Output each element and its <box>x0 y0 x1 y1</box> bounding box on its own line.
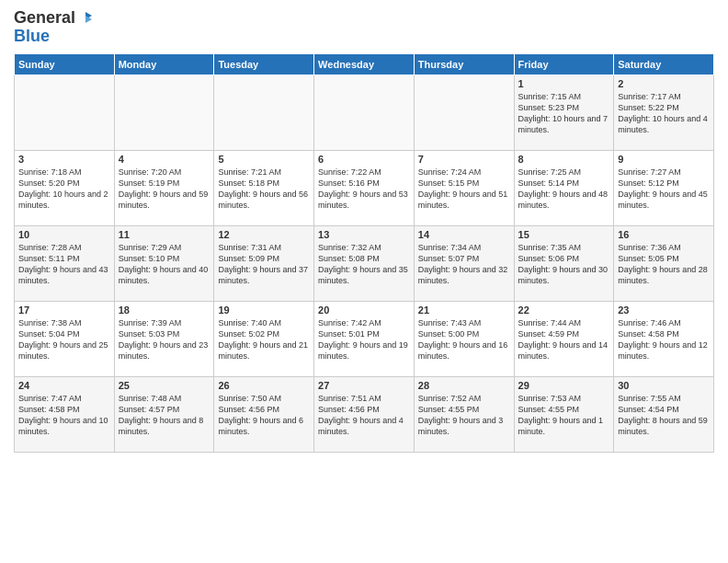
calendar-cell: 7Sunrise: 7:24 AM Sunset: 5:15 PM Daylig… <box>414 150 514 225</box>
day-number: 11 <box>119 229 210 240</box>
calendar-cell: 13Sunrise: 7:32 AM Sunset: 5:08 PM Dayli… <box>314 225 415 301</box>
day-number: 1 <box>518 78 610 89</box>
calendar-cell: 1Sunrise: 7:15 AM Sunset: 5:23 PM Daylig… <box>514 75 614 150</box>
calendar-cell: 17Sunrise: 7:38 AM Sunset: 5:04 PM Dayli… <box>15 301 115 376</box>
logo-blue-text: Blue <box>14 27 50 45</box>
day-content: Sunrise: 7:51 AM Sunset: 4:56 PM Dayligh… <box>318 393 410 438</box>
calendar-cell: 24Sunrise: 7:47 AM Sunset: 4:58 PM Dayli… <box>15 376 115 452</box>
day-number: 2 <box>618 78 710 89</box>
calendar-cell: 12Sunrise: 7:31 AM Sunset: 5:09 PM Dayli… <box>214 225 314 301</box>
day-content: Sunrise: 7:22 AM Sunset: 5:16 PM Dayligh… <box>318 167 410 212</box>
day-number: 30 <box>618 380 710 391</box>
day-number: 10 <box>18 229 110 240</box>
day-number: 16 <box>618 229 710 240</box>
day-content: Sunrise: 7:43 AM Sunset: 5:00 PM Dayligh… <box>418 317 510 362</box>
calendar-cell <box>114 75 214 150</box>
day-number: 23 <box>618 304 710 316</box>
day-content: Sunrise: 7:21 AM Sunset: 5:18 PM Dayligh… <box>218 167 310 212</box>
calendar-cell: 14Sunrise: 7:34 AM Sunset: 5:07 PM Dayli… <box>414 225 514 301</box>
day-content: Sunrise: 7:28 AM Sunset: 5:11 PM Dayligh… <box>18 242 110 287</box>
day-number: 7 <box>418 154 510 165</box>
weekday-header-row: SundayMondayTuesdayWednesdayThursdayFrid… <box>15 53 714 75</box>
day-content: Sunrise: 7:25 AM Sunset: 5:14 PM Dayligh… <box>518 167 610 212</box>
day-number: 12 <box>218 229 310 240</box>
day-content: Sunrise: 7:48 AM Sunset: 4:57 PM Dayligh… <box>119 393 210 438</box>
calendar-cell <box>214 75 314 150</box>
day-content: Sunrise: 7:39 AM Sunset: 5:03 PM Dayligh… <box>119 317 210 362</box>
day-number: 18 <box>119 304 210 316</box>
day-number: 25 <box>119 380 210 391</box>
calendar-cell: 30Sunrise: 7:55 AM Sunset: 4:54 PM Dayli… <box>614 376 714 452</box>
calendar-cell: 27Sunrise: 7:51 AM Sunset: 4:56 PM Dayli… <box>314 376 415 452</box>
calendar-cell: 23Sunrise: 7:46 AM Sunset: 4:58 PM Dayli… <box>614 301 714 376</box>
calendar-cell: 26Sunrise: 7:50 AM Sunset: 4:56 PM Dayli… <box>214 376 314 452</box>
day-content: Sunrise: 7:29 AM Sunset: 5:10 PM Dayligh… <box>119 242 210 287</box>
day-number: 6 <box>318 154 410 165</box>
logo-flag-icon <box>77 10 94 27</box>
day-number: 8 <box>518 154 610 165</box>
calendar-cell: 28Sunrise: 7:52 AM Sunset: 4:55 PM Dayli… <box>414 376 514 452</box>
calendar-cell: 9Sunrise: 7:27 AM Sunset: 5:12 PM Daylig… <box>614 150 714 225</box>
day-number: 26 <box>218 380 310 391</box>
day-content: Sunrise: 7:36 AM Sunset: 5:05 PM Dayligh… <box>618 242 710 287</box>
day-content: Sunrise: 7:42 AM Sunset: 5:01 PM Dayligh… <box>318 317 410 362</box>
calendar-cell: 15Sunrise: 7:35 AM Sunset: 5:06 PM Dayli… <box>514 225 614 301</box>
calendar-cell: 2Sunrise: 7:17 AM Sunset: 5:22 PM Daylig… <box>614 75 714 150</box>
day-content: Sunrise: 7:53 AM Sunset: 4:55 PM Dayligh… <box>518 393 610 438</box>
day-content: Sunrise: 7:55 AM Sunset: 4:54 PM Dayligh… <box>618 393 710 438</box>
calendar-cell: 19Sunrise: 7:40 AM Sunset: 5:02 PM Dayli… <box>214 301 314 376</box>
day-number: 28 <box>418 380 510 391</box>
day-content: Sunrise: 7:50 AM Sunset: 4:56 PM Dayligh… <box>218 393 310 438</box>
day-content: Sunrise: 7:15 AM Sunset: 5:23 PM Dayligh… <box>518 91 610 136</box>
day-number: 22 <box>518 304 610 316</box>
calendar-cell: 11Sunrise: 7:29 AM Sunset: 5:10 PM Dayli… <box>114 225 214 301</box>
day-content: Sunrise: 7:35 AM Sunset: 5:06 PM Dayligh… <box>518 242 610 287</box>
weekday-header-thursday: Thursday <box>414 53 514 75</box>
weekday-header-tuesday: Tuesday <box>214 53 314 75</box>
day-number: 14 <box>418 229 510 240</box>
calendar-cell: 29Sunrise: 7:53 AM Sunset: 4:55 PM Dayli… <box>514 376 614 452</box>
calendar-cell: 20Sunrise: 7:42 AM Sunset: 5:01 PM Dayli… <box>314 301 415 376</box>
day-content: Sunrise: 7:31 AM Sunset: 5:09 PM Dayligh… <box>218 242 310 287</box>
day-content: Sunrise: 7:18 AM Sunset: 5:20 PM Dayligh… <box>18 167 110 212</box>
calendar-cell: 5Sunrise: 7:21 AM Sunset: 5:18 PM Daylig… <box>214 150 314 225</box>
weekday-header-sunday: Sunday <box>15 53 115 75</box>
day-content: Sunrise: 7:46 AM Sunset: 4:58 PM Dayligh… <box>618 317 710 362</box>
day-number: 24 <box>18 380 110 391</box>
weekday-header-wednesday: Wednesday <box>314 53 415 75</box>
calendar-cell: 3Sunrise: 7:18 AM Sunset: 5:20 PM Daylig… <box>15 150 115 225</box>
day-number: 19 <box>218 304 310 316</box>
day-content: Sunrise: 7:40 AM Sunset: 5:02 PM Dayligh… <box>218 317 310 362</box>
calendar-cell: 16Sunrise: 7:36 AM Sunset: 5:05 PM Dayli… <box>614 225 714 301</box>
calendar-table: SundayMondayTuesdayWednesdayThursdayFrid… <box>14 53 714 453</box>
day-number: 4 <box>119 154 210 165</box>
day-number: 3 <box>18 154 110 165</box>
day-number: 27 <box>318 380 410 391</box>
day-number: 21 <box>418 304 510 316</box>
calendar-cell <box>314 75 415 150</box>
calendar-cell: 8Sunrise: 7:25 AM Sunset: 5:14 PM Daylig… <box>514 150 614 225</box>
calendar-week-row: 17Sunrise: 7:38 AM Sunset: 5:04 PM Dayli… <box>15 301 714 376</box>
day-content: Sunrise: 7:34 AM Sunset: 5:07 PM Dayligh… <box>418 242 510 287</box>
day-content: Sunrise: 7:17 AM Sunset: 5:22 PM Dayligh… <box>618 91 710 136</box>
day-content: Sunrise: 7:32 AM Sunset: 5:08 PM Dayligh… <box>318 242 410 287</box>
weekday-header-saturday: Saturday <box>614 53 714 75</box>
calendar-cell: 4Sunrise: 7:20 AM Sunset: 5:19 PM Daylig… <box>114 150 214 225</box>
day-content: Sunrise: 7:20 AM Sunset: 5:19 PM Dayligh… <box>119 167 210 212</box>
day-number: 29 <box>518 380 610 391</box>
day-content: Sunrise: 7:38 AM Sunset: 5:04 PM Dayligh… <box>18 317 110 362</box>
day-number: 20 <box>318 304 410 316</box>
page-header: General Blue <box>14 9 714 46</box>
day-content: Sunrise: 7:27 AM Sunset: 5:12 PM Dayligh… <box>618 167 710 212</box>
day-number: 13 <box>318 229 410 240</box>
day-number: 5 <box>218 154 310 165</box>
calendar-cell <box>414 75 514 150</box>
calendar-cell: 21Sunrise: 7:43 AM Sunset: 5:00 PM Dayli… <box>414 301 514 376</box>
calendar-week-row: 1Sunrise: 7:15 AM Sunset: 5:23 PM Daylig… <box>15 75 714 150</box>
day-number: 15 <box>518 229 610 240</box>
logo: General Blue <box>14 9 94 46</box>
weekday-header-friday: Friday <box>514 53 614 75</box>
day-content: Sunrise: 7:24 AM Sunset: 5:15 PM Dayligh… <box>418 167 510 212</box>
logo-general-text: General <box>14 9 75 28</box>
day-number: 17 <box>18 304 110 316</box>
